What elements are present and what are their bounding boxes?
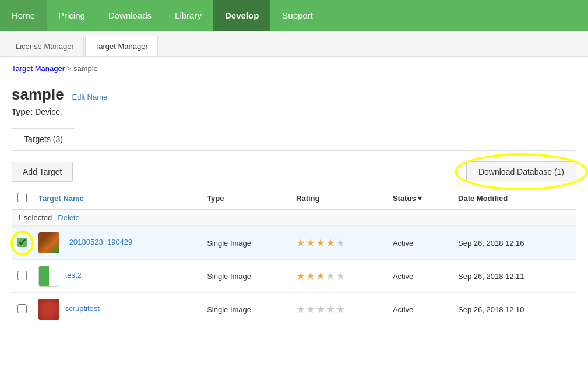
row2-thumbnail [38,266,59,287]
row3-name-link[interactable]: scruptitest [65,304,100,313]
row1-status: Active [387,227,452,260]
targets-tab[interactable]: Targets (3) [12,128,75,150]
nav-library[interactable]: Library [163,0,213,31]
top-nav: Home Pricing Downloads Library Develop S… [0,0,588,31]
row2-stars: ★ ★ ★ ★ ★ [296,270,345,282]
breadcrumb-separator: > [67,64,73,73]
th-target-name: Target Name [33,188,201,209]
star4: ★ [326,236,335,249]
type-row: Type: Device [12,107,576,116]
star3: ★ [316,236,325,249]
star5: ★ [336,236,345,249]
th-date-modified: Date Modified [452,188,576,209]
nav-home[interactable]: Home [0,0,47,31]
type-value: Device [35,107,60,116]
edit-name-link[interactable]: Edit Name [72,93,108,101]
add-target-button[interactable]: Add Target [12,162,73,182]
breadcrumb-current: sample [73,64,98,73]
star3: ★ [316,303,325,316]
breadcrumb-parent[interactable]: Target Manager [12,64,65,73]
select-all-checkbox[interactable] [17,193,27,202]
tab-license-manager[interactable]: License Manager [6,36,84,56]
row3-rating: ★ ★ ★ ★ ★ [290,293,387,326]
nav-downloads[interactable]: Downloads [97,0,163,31]
star1: ★ [296,303,305,316]
th-rating: Rating [290,188,387,209]
th-type: Type [201,188,290,209]
star5: ★ [336,270,345,282]
nav-pricing[interactable]: Pricing [47,0,97,31]
download-db-wrapper: Download Database (1) [466,161,576,182]
th-checkbox [12,188,33,209]
nav-support[interactable]: Support [270,0,325,31]
row3-type: Single Image [201,293,290,326]
th-status[interactable]: Status ▾ [387,188,452,209]
row1-checkbox-cell [12,227,33,260]
targets-tab-area: Targets (3) [12,128,576,151]
selected-info-row: 1 selected Delete [12,209,576,227]
cb-circle-wrapper [17,238,27,249]
row1-checkbox[interactable] [17,238,27,247]
row2-checkbox-cell [12,260,33,293]
row3-checkbox[interactable] [17,304,27,313]
row2-rating: ★ ★ ★ ★ ★ [290,260,387,293]
table-header-row: Target Name Type Rating Status ▾ Date Mo… [12,188,576,209]
main-content: sample Edit Name Type: Device Targets (3… [0,80,588,338]
row1-thumbnail [38,232,59,253]
download-database-button[interactable]: Download Database (1) [466,161,576,182]
row1-name-link[interactable]: _20180523_190429 [65,238,133,246]
row1-date: Sep 26, 2018 12:16 [452,227,576,260]
tab-target-manager[interactable]: Target Manager [85,36,158,56]
row1-rating: ★ ★ ★ ★ ★ [290,227,387,260]
row2-type: Single Image [201,260,290,293]
row1-stars: ★ ★ ★ ★ ★ [296,236,345,249]
star5: ★ [336,303,345,316]
type-label: Type: [12,107,33,116]
table-row: _20180523_190429 Single Image ★ ★ ★ ★ ★ … [12,227,576,260]
row1-type: Single Image [201,227,290,260]
row3-name-cell: scruptitest [33,293,201,326]
star2: ★ [306,270,315,282]
nav-develop[interactable]: Develop [213,0,270,31]
row2-checkbox[interactable] [17,271,27,280]
title-row: sample Edit Name [12,86,576,104]
targets-table: Target Name Type Rating Status ▾ Date Mo… [12,188,576,326]
row1-name-cell: _20180523_190429 [33,227,201,260]
star4: ★ [326,270,335,282]
star4: ★ [326,303,335,316]
star3: ★ [316,270,325,282]
row2-name-link[interactable]: test2 [65,271,82,280]
row3-stars: ★ ★ ★ ★ ★ [296,303,345,316]
table-row: scruptitest Single Image ★ ★ ★ ★ ★ Activ… [12,293,576,326]
sub-nav: License Manager Target Manager [0,31,588,57]
action-row: Add Target Download Database (1) [12,161,576,182]
star2: ★ [306,303,315,316]
row3-status: Active [387,293,452,326]
row2-status: Active [387,260,452,293]
delete-link[interactable]: Delete [58,213,80,222]
row3-date: Sep 26, 2018 12:10 [452,293,576,326]
selected-count: 1 selected [17,213,52,222]
row3-thumbnail [38,299,59,320]
star1: ★ [296,236,305,249]
row3-checkbox-cell [12,293,33,326]
page-title: sample [12,86,64,103]
row2-name-cell: test2 [33,260,201,293]
row2-date: Sep 26, 2018 12:11 [452,260,576,293]
star1: ★ [296,270,305,282]
star2: ★ [306,236,315,249]
breadcrumb: Target Manager > sample [0,57,588,80]
table-row: test2 Single Image ★ ★ ★ ★ ★ Active Sep … [12,260,576,293]
